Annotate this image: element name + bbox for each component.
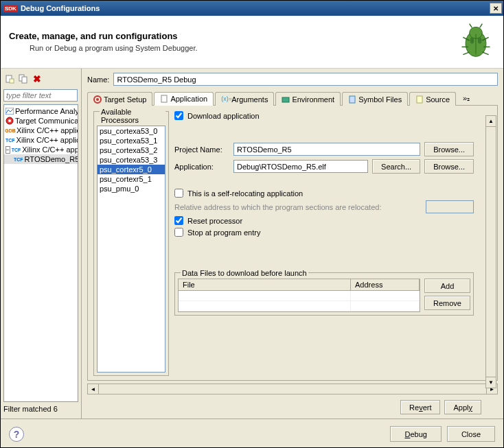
download-application-label: Download application <box>187 112 260 120</box>
tab-source[interactable]: Source <box>409 92 456 106</box>
processor-item[interactable]: psu_cortexa53_2 <box>98 145 165 155</box>
svg-rect-22 <box>161 95 167 102</box>
scroll-down-icon[interactable]: ▼ <box>486 377 496 388</box>
processor-item[interactable]: psu_cortexa53_0 <box>98 126 165 136</box>
config-tree[interactable]: Performance Analysis Target Communicatio… <box>3 104 78 402</box>
project-name-input[interactable] <box>233 143 420 156</box>
svg-rect-16 <box>22 77 27 83</box>
tree-item-rtosdemo[interactable]: TCFRTOSDemo_R5 Debug <box>4 154 78 164</box>
stop-entry-checkbox[interactable] <box>174 228 183 237</box>
close-icon[interactable]: ✕ <box>490 3 502 14</box>
new-config-icon[interactable] <box>3 73 16 85</box>
data-files-table[interactable]: File Address <box>178 279 420 312</box>
processor-item[interactable]: psu_cortexr5_1 <box>98 174 165 184</box>
rel-addr-label: Relative address to which the program se… <box>174 203 422 211</box>
reset-processor-label: Reset processor <box>187 217 242 225</box>
project-name-label: Project Name: <box>174 145 229 154</box>
svg-rect-23 <box>282 97 289 102</box>
processors-legend: Available Processors <box>100 108 165 124</box>
debug-bug-icon <box>457 21 495 61</box>
revert-button[interactable]: Revert <box>400 400 440 414</box>
tab-arguments[interactable]: (x)=Arguments <box>215 92 274 106</box>
horizontal-scrollbar[interactable]: ◄ ► <box>87 384 498 394</box>
tree-item-xilinx-gdb[interactable]: GDBXilinx C/C++ application (GDB) <box>4 126 78 135</box>
data-files-add-button[interactable]: Add <box>424 279 470 293</box>
header-title: Create, manage, and run configurations <box>9 31 457 41</box>
tab-symbol-files[interactable]: Symbol Files <box>342 92 408 106</box>
table-row[interactable] <box>179 301 420 311</box>
processor-item[interactable]: psu_cortexa53_1 <box>98 136 165 145</box>
header-subtitle: Run or Debug a program using System Debu… <box>30 44 457 52</box>
debug-button[interactable]: Debug <box>390 426 441 442</box>
left-panel: ✖ Performance Analysis Target Communicat… <box>1 69 82 418</box>
name-input[interactable] <box>113 73 498 86</box>
help-icon[interactable]: ? <box>9 427 24 442</box>
title-bar: SDK Debug Configurations ✕ <box>1 1 503 16</box>
self-relocating-checkbox[interactable] <box>174 189 183 198</box>
processor-item[interactable]: psu_cortexa53_3 <box>98 155 165 165</box>
config-toolbar: ✖ <box>2 71 80 86</box>
col-address[interactable]: Address <box>351 279 420 290</box>
tab-environment[interactable]: Environment <box>275 92 341 106</box>
delete-config-icon[interactable]: ✖ <box>31 73 43 85</box>
data-files-legend: Data Files to download before launch <box>181 269 308 277</box>
tab-overflow[interactable]: »₂ <box>457 91 475 105</box>
svg-line-7 <box>463 52 469 55</box>
tree-item-xilinx-qemu[interactable]: −TCFXilinx C/C++ application (System Deb… <box>4 145 78 154</box>
tab-application[interactable]: Application <box>154 92 214 106</box>
vertical-scrollbar[interactable]: ▲ ▼ <box>485 115 496 388</box>
close-button[interactable]: Close <box>447 426 495 442</box>
tree-item-target[interactable]: Target Communication Framework <box>4 116 78 126</box>
download-application-checkbox[interactable] <box>174 111 183 120</box>
processor-item[interactable]: psu_pmu_0 <box>98 184 165 193</box>
apply-button[interactable]: Apply <box>444 400 481 414</box>
right-panel: Name: Target Setup Application (x)=Argum… <box>82 69 503 418</box>
header: Create, manage, and run configurations R… <box>1 16 503 69</box>
scroll-left-icon[interactable]: ◄ <box>88 384 99 394</box>
svg-point-21 <box>96 98 99 101</box>
rel-addr-input <box>426 200 474 213</box>
reset-processor-checkbox[interactable] <box>174 216 183 225</box>
svg-rect-14 <box>10 79 14 83</box>
scroll-up-icon[interactable]: ▲ <box>486 116 496 127</box>
tree-item-xilinx-sysdbg[interactable]: TCFXilinx C/C++ application (System Debu… <box>4 135 78 145</box>
name-label: Name: <box>87 75 109 84</box>
collapse-icon[interactable]: − <box>5 146 10 154</box>
svg-line-9 <box>470 24 472 28</box>
table-row[interactable] <box>179 291 420 301</box>
svg-line-8 <box>482 52 488 55</box>
sdk-badge: SDK <box>3 5 18 12</box>
tab-target-setup[interactable]: Target Setup <box>87 92 152 106</box>
svg-line-10 <box>480 24 483 28</box>
svg-point-19 <box>8 119 11 122</box>
stop-entry-label: Stop at program entry <box>187 228 260 237</box>
self-relocating-label: This is a self-relocating application <box>187 189 303 198</box>
svg-rect-25 <box>417 96 422 103</box>
project-browse-button[interactable]: Browse... <box>424 142 474 156</box>
application-input[interactable] <box>233 160 368 173</box>
filter-status: Filter matched 6 <box>2 402 80 416</box>
tree-item-performance[interactable]: Performance Analysis <box>4 106 78 116</box>
footer: ? Debug Close <box>1 418 503 448</box>
col-file[interactable]: File <box>179 279 351 290</box>
svg-point-11 <box>470 37 474 43</box>
application-label: Application: <box>174 163 229 171</box>
svg-rect-24 <box>350 96 355 103</box>
application-search-button[interactable]: Search... <box>372 159 420 174</box>
tab-bar: Target Setup Application (x)=Arguments E… <box>87 91 498 106</box>
window-title: Debug Configurations <box>21 4 490 12</box>
processor-item[interactable]: psu_cortexr5_0 <box>98 165 165 174</box>
svg-point-12 <box>478 37 482 43</box>
data-files-remove-button[interactable]: Remove <box>424 296 470 310</box>
tab-content-application: Available Processors psu_cortexa53_0 psu… <box>87 106 498 381</box>
filter-input[interactable] <box>3 89 78 102</box>
processor-list[interactable]: psu_cortexa53_0 psu_cortexa53_1 psu_cort… <box>97 126 165 373</box>
application-browse-button[interactable]: Browse... <box>424 159 474 174</box>
duplicate-config-icon[interactable] <box>17 73 30 85</box>
